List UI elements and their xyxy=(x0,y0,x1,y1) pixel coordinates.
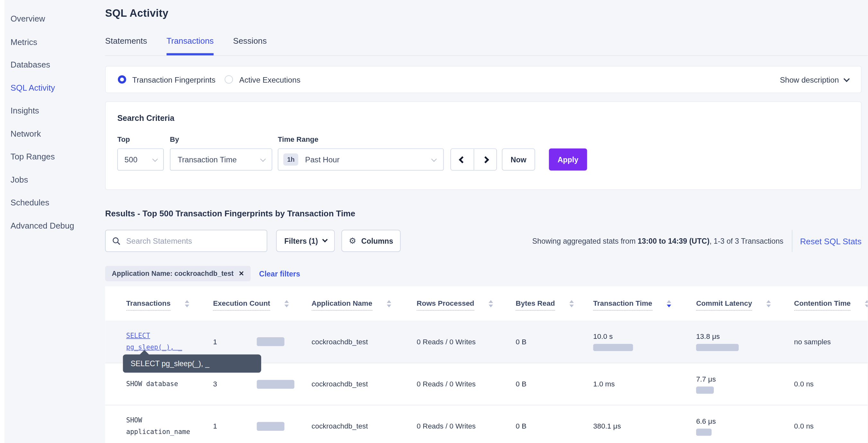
sidebar-item-advanced-debug[interactable]: Advanced Debug xyxy=(4,214,105,237)
columns-button[interactable]: ⚙ Columns xyxy=(341,230,401,252)
top-field: Top 500 xyxy=(117,135,170,170)
tab-transactions[interactable]: Transactions xyxy=(166,36,214,55)
chevron-left-icon xyxy=(459,156,466,163)
column-header-application-name[interactable]: Application Name xyxy=(312,287,417,321)
sidebar-item-top-ranges[interactable]: Top Ranges xyxy=(4,145,105,168)
search-criteria-title: Search Criteria xyxy=(117,114,849,122)
time-range-label: Time Range xyxy=(278,135,444,143)
time-range-badge: 1h xyxy=(283,153,299,166)
apply-button[interactable]: Apply xyxy=(549,149,587,171)
chevron-down-icon xyxy=(322,237,327,242)
execution-count-cell: 1 xyxy=(213,337,312,346)
time-range-value: Past Hour xyxy=(305,155,340,164)
transaction-time-value: 10.0 s xyxy=(593,332,613,341)
by-field: By Transaction Time xyxy=(170,135,278,170)
tab-bar: Statements Transactions Sessions xyxy=(105,36,868,56)
tooltip-text: SELECT pg_sleep(_), _ xyxy=(131,359,210,368)
column-header-transactions[interactable]: Transactions xyxy=(126,287,213,321)
execution-count-bar xyxy=(257,422,284,431)
now-button[interactable]: Now xyxy=(502,149,535,171)
chevron-right-icon xyxy=(482,156,489,163)
remove-filter-icon[interactable]: ✕ xyxy=(239,270,244,277)
gear-icon: ⚙ xyxy=(349,237,356,245)
previous-time-button[interactable] xyxy=(451,149,474,170)
time-pager xyxy=(451,149,497,171)
tab-sessions[interactable]: Sessions xyxy=(233,36,267,55)
sidebar-item-sql-activity[interactable]: SQL Activity xyxy=(4,76,105,99)
time-range-field: Time Range 1h Past Hour xyxy=(278,135,444,170)
chevron-down-icon xyxy=(431,156,436,161)
search-statements-input[interactable] xyxy=(126,237,260,246)
transaction-text-line: pg_sleep(_), _ xyxy=(126,342,182,353)
by-select[interactable]: Transaction Time xyxy=(170,149,272,171)
commit-latency-bar xyxy=(696,386,714,393)
tab-statements[interactable]: Statements xyxy=(105,36,147,55)
column-header-transaction-time[interactable]: Transaction Time xyxy=(593,287,696,321)
sidebar-item-metrics[interactable]: Metrics xyxy=(4,30,105,53)
sort-icon xyxy=(767,299,771,307)
application-name-cell: cockroachdb_test xyxy=(312,337,417,346)
bytes-read-cell: 0 B xyxy=(516,405,593,443)
commit-latency-bar xyxy=(696,344,739,351)
column-header-rows-processed[interactable]: Rows Processed xyxy=(417,287,516,321)
radio-label: Active Executions xyxy=(239,75,300,84)
contention-time-cell: no samples xyxy=(794,337,868,346)
column-header-execution-count[interactable]: Execution Count xyxy=(213,287,312,321)
view-mode-bar: Transaction Fingerprints Active Executio… xyxy=(105,66,862,93)
top-label: Top xyxy=(117,135,170,143)
by-label: By xyxy=(170,135,278,143)
execution-count-cell: 3 xyxy=(213,380,312,389)
clear-filters-link[interactable]: Clear filters xyxy=(259,269,300,278)
sidebar-item-overview[interactable]: Overview xyxy=(4,7,105,30)
transaction-text-line: SELECT xyxy=(126,330,150,342)
sort-icon xyxy=(387,299,391,307)
vertical-divider xyxy=(792,230,793,252)
column-header-bytes-read[interactable]: Bytes Read xyxy=(516,287,593,321)
execution-count-value: 1 xyxy=(213,337,257,346)
chevron-down-icon xyxy=(844,76,850,82)
active-filters-row: Application Name: cockroachdb_test ✕ Cle… xyxy=(105,266,868,281)
commit-latency-cell: 7.7 μs xyxy=(696,363,794,405)
transaction-fingerprint-link[interactable]: SHOW application_name xyxy=(126,405,213,443)
column-header-contention-time[interactable]: Contention Time xyxy=(794,287,868,321)
filters-button[interactable]: Filters (1) xyxy=(276,230,335,252)
show-description-toggle[interactable]: Show description xyxy=(780,75,849,84)
transaction-time-cell: 1.0 ms xyxy=(593,363,696,405)
time-range-select[interactable]: 1h Past Hour xyxy=(278,149,444,171)
sidebar-item-schedules[interactable]: Schedules xyxy=(4,191,105,214)
radio-active-executions[interactable]: Active Executions xyxy=(225,75,300,84)
rows-processed-cell: 0 Reads / 0 Writes xyxy=(417,380,516,388)
execution-count-value: 3 xyxy=(213,380,257,388)
sidebar-item-insights[interactable]: Insights xyxy=(4,99,105,122)
next-time-button[interactable] xyxy=(473,149,496,170)
radio-selected-icon xyxy=(118,75,126,84)
sidebar-item-network[interactable]: Network xyxy=(4,122,105,145)
by-select-value: Transaction Time xyxy=(178,155,237,164)
column-label: Application Name xyxy=(312,299,372,311)
sidebar-item-databases[interactable]: Databases xyxy=(4,53,105,76)
transaction-text-line: SHOW database xyxy=(126,378,178,390)
search-criteria-controls: Top 500 By Transaction Time xyxy=(117,135,849,170)
transaction-text-line: SHOW xyxy=(126,414,142,426)
commit-latency-cell: 6.6 μs xyxy=(696,405,794,443)
column-label: Transactions xyxy=(126,299,170,311)
application-name-cell: cockroachdb_test xyxy=(312,422,417,431)
filter-chip-label: Application Name: cockroachdb_test xyxy=(112,270,234,277)
sql-statement-tooltip: SELECT pg_sleep(_), _ xyxy=(123,354,261,373)
main-content: SQL Activity Statements Transactions Ses… xyxy=(105,0,868,443)
execution-count-bar xyxy=(257,380,294,389)
transaction-text-line: application_name xyxy=(126,426,190,438)
status-time-range: 13:00 to 14:39 (UTC) xyxy=(638,237,710,245)
search-icon xyxy=(113,237,121,245)
commit-latency-cell: 13.8 μs xyxy=(696,321,794,363)
contention-time-cell: 0.0 ns xyxy=(794,422,868,431)
top-select[interactable]: 500 xyxy=(117,149,164,171)
sidebar-item-jobs[interactable]: Jobs xyxy=(4,168,105,191)
column-header-commit-latency[interactable]: Commit Latency xyxy=(696,287,794,321)
reset-sql-stats-link[interactable]: Reset SQL Stats xyxy=(800,236,861,246)
sort-icon xyxy=(285,299,289,307)
sort-icon xyxy=(569,299,574,307)
filter-chip-application-name: Application Name: cockroachdb_test ✕ xyxy=(105,266,251,281)
columns-label: Columns xyxy=(362,237,394,245)
radio-transaction-fingerprints[interactable]: Transaction Fingerprints xyxy=(118,75,216,84)
